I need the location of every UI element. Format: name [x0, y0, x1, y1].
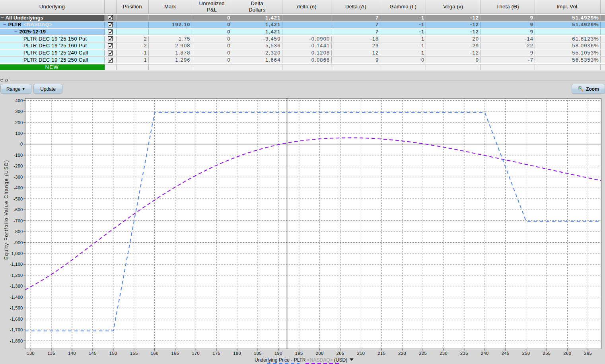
svg-text:230: 230 — [440, 351, 447, 356]
svg-text:-300: -300 — [14, 175, 23, 179]
svg-text:185: 185 — [254, 351, 262, 356]
svg-text:210: 210 — [357, 351, 365, 356]
svg-text:-1,000: -1,000 — [10, 251, 23, 256]
svg-text:205: 205 — [337, 351, 344, 356]
svg-text:200: 200 — [316, 351, 324, 356]
svg-text:175: 175 — [212, 351, 220, 356]
svg-text:235: 235 — [460, 351, 468, 356]
svg-text:145: 145 — [89, 351, 97, 356]
svg-text:-200: -200 — [14, 164, 23, 168]
svg-text:195: 195 — [295, 351, 303, 356]
svg-text:400: 400 — [15, 98, 23, 103]
svg-text:-1,200: -1,200 — [10, 273, 23, 278]
svg-text:-1,500: -1,500 — [10, 306, 23, 310]
svg-text:-600: -600 — [14, 207, 23, 212]
svg-text:0: 0 — [20, 142, 23, 146]
svg-text:-1,400: -1,400 — [10, 295, 23, 300]
svg-text:245: 245 — [502, 351, 510, 356]
svg-text:200: 200 — [15, 120, 23, 125]
svg-text:-1,700: -1,700 — [10, 327, 23, 332]
svg-text:160: 160 — [151, 351, 159, 356]
svg-text:-500: -500 — [14, 197, 23, 201]
svg-text:225: 225 — [419, 351, 427, 356]
svg-text:100: 100 — [15, 131, 23, 136]
svg-text:255: 255 — [543, 351, 551, 356]
svg-text:-800: -800 — [14, 229, 23, 234]
svg-text:265: 265 — [584, 351, 592, 356]
svg-text:Equity Portfolio Value Change: Equity Portfolio Value Change (USD) — [4, 160, 9, 260]
svg-text:-1,600: -1,600 — [10, 317, 23, 321]
svg-text:190: 190 — [274, 351, 282, 356]
svg-text:300: 300 — [15, 109, 23, 114]
svg-text:170: 170 — [192, 351, 200, 356]
svg-text:-1,300: -1,300 — [10, 284, 23, 288]
svg-text:-700: -700 — [14, 218, 23, 223]
svg-text:220: 220 — [398, 351, 406, 356]
svg-text:Underlying Price - PLTR <NASDA: Underlying Price - PLTR <NASDAQ> (USD) — [255, 357, 347, 363]
svg-text:155: 155 — [130, 351, 138, 356]
svg-text:260: 260 — [563, 351, 571, 356]
svg-text:-400: -400 — [14, 185, 23, 190]
svg-text:-1,100: -1,100 — [10, 262, 23, 267]
svg-text:135: 135 — [47, 351, 55, 356]
svg-text:180: 180 — [233, 351, 241, 356]
svg-text:240: 240 — [481, 351, 489, 356]
svg-text:-100: -100 — [14, 153, 23, 158]
svg-text:-1,800: -1,800 — [10, 339, 23, 343]
svg-text:-900: -900 — [14, 240, 23, 245]
svg-text:215: 215 — [377, 351, 385, 356]
svg-text:250: 250 — [522, 351, 530, 356]
svg-text:165: 165 — [171, 351, 179, 356]
svg-text:130: 130 — [27, 351, 35, 356]
svg-text:150: 150 — [109, 351, 117, 356]
svg-text:140: 140 — [68, 351, 76, 356]
